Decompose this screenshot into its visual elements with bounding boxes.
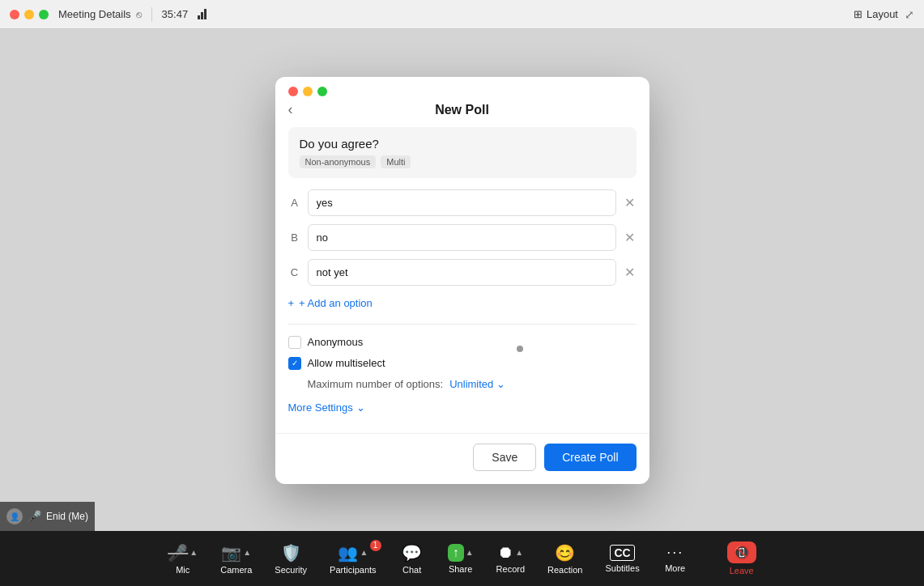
tag-anonymous: Non-anonymous — [300, 155, 377, 168]
avatar: 👤 — [6, 508, 23, 524]
leave-button[interactable]: 📵 Leave — [716, 541, 768, 575]
anonymous-checkbox-row[interactable]: Anonymous — [288, 336, 637, 349]
maximize-window-button[interactable] — [39, 10, 49, 19]
mic-muted-icon: 🎤 — [28, 510, 41, 523]
reaction-button[interactable]: 😊 Reaction — [536, 543, 594, 575]
modal-close-button[interactable] — [288, 87, 298, 96]
user-strip: 👤 🎤 Enid (Me) — [0, 502, 95, 531]
user-name: Enid (Me) — [46, 511, 88, 522]
anonymous-checkbox[interactable] — [288, 336, 301, 349]
share-icon: ⎋ — [136, 9, 142, 20]
record-button[interactable]: ⏺ ▲ Record — [485, 543, 536, 574]
modal-maximize-button[interactable] — [317, 87, 327, 96]
top-bar: Meeting Details ⎋ 35:47 ⊞ Layout ⤢ — [0, 0, 924, 29]
remove-option-b-button[interactable]: ✕ — [623, 228, 637, 247]
option-row-a: A ✕ — [288, 189, 637, 216]
modal-window-controls[interactable] — [275, 77, 649, 103]
tag-multi: Multi — [381, 155, 411, 168]
back-button[interactable]: ‹ — [288, 101, 293, 118]
question-card: Do you agree? Non-anonymous Multi — [288, 127, 637, 178]
save-button[interactable]: Save — [473, 444, 536, 471]
record-icon: ⏺ — [497, 543, 513, 562]
remove-option-c-button[interactable]: ✕ — [623, 263, 637, 282]
signal-icon — [198, 9, 207, 19]
share-icon: ↑ — [448, 544, 464, 562]
plus-icon: + — [288, 297, 295, 309]
participants-badge: 1 — [370, 540, 381, 551]
option-input-c[interactable] — [308, 259, 616, 286]
participants-button[interactable]: 👥 1 ▲ Participants — [318, 543, 387, 575]
max-options-row: Maximum number of options: Unlimited ⌄ — [308, 378, 637, 390]
multiselect-checkbox[interactable] — [288, 357, 301, 370]
camera-icon: 📷 — [221, 543, 241, 563]
modal-footer: Save Create Poll — [275, 433, 649, 484]
create-poll-button[interactable]: Create Poll — [544, 444, 636, 471]
subtitles-button[interactable]: CC Subtitles — [594, 545, 650, 573]
option-letter-b: B — [288, 231, 301, 244]
multiselect-checkbox-row[interactable]: Allow multiselect — [288, 357, 637, 370]
security-icon: 🛡️ — [281, 543, 301, 563]
chat-button[interactable]: 💬 Chat — [388, 543, 436, 575]
multiselect-label: Allow multiselect — [308, 357, 385, 369]
subtitles-icon: CC — [610, 545, 634, 561]
modal-title: New Poll — [435, 103, 489, 117]
option-input-b[interactable] — [308, 224, 616, 251]
minimize-window-button[interactable] — [24, 10, 34, 19]
chevron-down-icon: ⌄ — [356, 401, 365, 414]
camera-button[interactable]: 📷 ▲ Camera — [209, 543, 263, 575]
modal-minimize-button[interactable] — [303, 87, 313, 96]
new-poll-modal: ‹ New Poll Do you agree? Non-anonymous M… — [275, 77, 649, 484]
leave-icon: 📵 — [727, 541, 756, 563]
add-option-button[interactable]: + + Add an option — [288, 294, 373, 312]
option-letter-a: A — [288, 197, 301, 209]
meeting-timer: 35:47 — [162, 8, 189, 20]
more-button[interactable]: ··· More — [651, 544, 700, 573]
option-letter-c: C — [288, 266, 301, 278]
max-options-select[interactable]: Unlimited ⌄ — [449, 378, 505, 390]
reaction-icon: 😊 — [555, 543, 575, 563]
option-row-c: C ✕ — [288, 259, 637, 286]
mic-icon: 🎤 — [168, 543, 188, 563]
remove-option-a-button[interactable]: ✕ — [623, 193, 637, 212]
window-controls[interactable] — [10, 10, 49, 19]
chat-icon: 💬 — [402, 543, 422, 563]
top-bar-right: ⊞ Layout ⤢ — [854, 8, 914, 21]
chevron-down-icon: ⌄ — [496, 378, 505, 390]
modal-overlay: ‹ New Poll Do you agree? Non-anonymous M… — [0, 29, 924, 531]
participants-chevron[interactable]: ▲ — [360, 548, 368, 557]
mic-button[interactable]: 🎤 ▲ Mic — [156, 543, 209, 575]
meeting-title: Meeting Details ⎋ — [58, 8, 142, 20]
modal-body: Do you agree? Non-anonymous Multi A ✕ B … — [275, 127, 649, 433]
more-icon: ··· — [666, 544, 683, 561]
expand-icon[interactable]: ⤢ — [905, 8, 914, 21]
share-button[interactable]: ↑ ▲ Share — [436, 544, 485, 574]
modal-header: ‹ New Poll — [275, 103, 649, 127]
share-chevron[interactable]: ▲ — [466, 548, 474, 557]
max-options-label: Maximum number of options: — [308, 378, 444, 390]
bottom-bar: 🎤 ▲ Mic 📷 ▲ Camera 🛡️ Security 👥 1 ▲ Par… — [0, 531, 924, 586]
record-chevron[interactable]: ▲ — [515, 548, 523, 557]
more-settings-button[interactable]: More Settings ⌄ — [288, 401, 365, 414]
divider — [151, 7, 152, 22]
camera-chevron[interactable]: ▲ — [243, 548, 251, 557]
close-window-button[interactable] — [10, 10, 19, 19]
mic-chevron[interactable]: ▲ — [189, 548, 198, 557]
question-text: Do you agree? — [300, 137, 625, 151]
layout-button[interactable]: ⊞ Layout — [854, 8, 898, 20]
option-input-a[interactable] — [308, 189, 616, 216]
anonymous-label: Anonymous — [308, 336, 364, 348]
layout-icon: ⊞ — [854, 8, 862, 20]
security-button[interactable]: 🛡️ Security — [263, 543, 318, 575]
option-row-b: B ✕ — [288, 224, 637, 251]
question-tags: Non-anonymous Multi — [300, 155, 625, 168]
participants-icon: 👥 — [338, 543, 358, 563]
divider — [288, 324, 637, 325]
